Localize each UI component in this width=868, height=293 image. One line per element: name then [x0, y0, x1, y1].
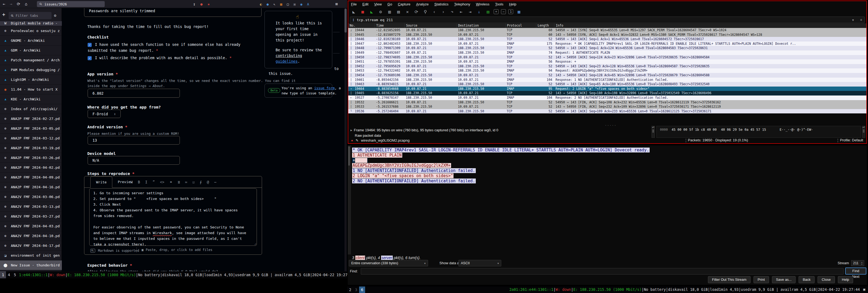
save-file-icon[interactable]: ▤ — [395, 8, 402, 15]
last-packet-icon[interactable]: ⇥ — [467, 8, 473, 15]
workspace-tag[interactable]: 3 — [353, 287, 359, 293]
workspace-tag[interactable]: 4 — [6, 271, 12, 279]
numbered-list-icon[interactable]: ≣ — [178, 180, 180, 184]
detail-raw-row[interactable]: Raw packet data — [355, 134, 381, 138]
reload-file-icon[interactable]: ⟳ — [413, 8, 420, 15]
bullet-list-icon[interactable]: ≔ — [185, 180, 187, 184]
column-header[interactable]: Destination — [457, 23, 506, 28]
more-icon[interactable]: ⋯ — [214, 180, 216, 184]
tab-item[interactable]: ⊕ ANA2V FMF 2024-03-27.pd — [0, 212, 62, 222]
forward-icon[interactable]: → — [10, 2, 12, 6]
packet-row[interactable]: │ 19532-5.26168662110.69.87.21 188.230.2… — [348, 100, 866, 105]
display-filter-input[interactable]: ❙ tcp.stream eq 211 ▾ + — [350, 17, 865, 23]
zoom-out-icon[interactable]: − — [501, 9, 506, 14]
details-scrollbar[interactable]: ▲▼ — [652, 126, 655, 138]
capture-comment-icon[interactable]: ✎ — [355, 138, 359, 142]
steps-textarea[interactable]: ◿ 1. Go to incoming server settings2. Se… — [89, 188, 257, 246]
tab-item[interactable]: ⊕ Poročevalec o sesutju z — [0, 26, 62, 36]
checkbox-search-used[interactable]: ✓ — [88, 43, 92, 47]
packet-row[interactable]: │ 19453-12.79432240210.69.87.21 188.230.… — [348, 68, 866, 73]
tab-item[interactable]: ⊕ ANA2V FMF 2024-03-13.pd — [0, 202, 62, 212]
find-input[interactable] — [361, 268, 844, 274]
packet-row[interactable]: │ 19461-8.893442156188.230.215.50 10.69.… — [348, 78, 866, 82]
workspace-tag[interactable]: 1 — [0, 271, 6, 279]
close-file-icon[interactable]: ✕ — [404, 8, 411, 15]
tab-item[interactable]: ▲ GDM - ArchWiki — [0, 46, 62, 55]
page-scrollbar[interactable] — [344, 8, 347, 271]
tab-item[interactable]: ▲ Patch management / Arch — [0, 55, 62, 65]
expert-info-icon[interactable]: ● — [351, 138, 353, 142]
column-header[interactable]: No. — [348, 23, 375, 28]
resize-columns-icon[interactable]: ▦ — [516, 8, 522, 15]
dialog-button[interactable]: Save as... — [772, 276, 796, 283]
tab-item[interactable]: ⊕ ANA2V FMF 2024-04-17.pd — [0, 241, 62, 251]
tab-item[interactable]: ⊕ ANA2P FMF 2024-03-26.pd — [0, 153, 62, 163]
menu-item[interactable]: Statistics — [434, 2, 448, 6]
italic-icon[interactable]: I — [145, 180, 147, 184]
tab-item[interactable]: ◉ 11.04 - How to start X — [0, 85, 62, 94]
menu-item[interactable]: Go — [388, 2, 392, 6]
packet-row[interactable]: │ 19454-12.753689106188.230.215.50 10.69… — [348, 73, 866, 78]
guidelines-link[interactable]: guidelines — [276, 59, 298, 63]
android-version-input[interactable]: 13 — [88, 136, 180, 145]
tab-item[interactable]: ⊕ ANA2P FMF 2024-04-09.pd — [0, 173, 62, 182]
column-header[interactable]: Source — [405, 23, 457, 28]
tab-item[interactable]: ▲ GNOME - ArchWiki — [0, 36, 62, 46]
tab-item[interactable]: ⊕ Index of /dir/zapiski/ — [0, 104, 62, 114]
extension-translate-icon[interactable]: A — [307, 2, 309, 6]
profile-indicator[interactable]: Profile: Default — [840, 137, 863, 143]
reload-icon[interactable]: ⟳ — [17, 2, 20, 6]
packet-row[interactable]: │ 19448-12.79987130910.69.87.21 188.230.… — [348, 46, 866, 51]
bytes-scrollbar[interactable]: ▲▼ — [862, 126, 865, 138]
stream-content[interactable]: * OK [CAPABILITY IMAP4rev1 SASL-IR LOGIN… — [352, 148, 650, 184]
dialog-button[interactable]: Close — [817, 276, 835, 283]
workspace-tag[interactable]: 5 — [12, 271, 18, 279]
menu-item[interactable]: Wireless — [476, 2, 490, 6]
conversation-select[interactable]: Entire conversation (338 bytes)▾ — [349, 260, 428, 266]
tab-item[interactable]: ⊕ ANA2P FMF 2024-02-27.pd — [0, 114, 62, 124]
menu-item[interactable]: File — [351, 2, 357, 6]
packet-row[interactable]: ← 19527-5.270878147188.230.215.50 10.69.… — [348, 95, 866, 100]
tab-item[interactable]: W Digital mobile radio - — [0, 21, 62, 26]
workspace-tag[interactable]: 2 — [347, 287, 353, 293]
spinner-arrows-icon[interactable]: ▴▾ — [861, 261, 862, 265]
column-header[interactable]: Time — [375, 23, 405, 28]
tab-item[interactable]: ⊕ ANA2V FMF 2024-04-10.pd — [0, 231, 62, 241]
checkbox-describe-detail[interactable]: ✓ — [88, 56, 92, 60]
code-icon[interactable]: <> — [160, 180, 164, 184]
dialog-button[interactable]: Help — [838, 276, 854, 283]
menu-item[interactable]: Edit — [362, 2, 368, 6]
packet-row[interactable]: ┌ 19444-12.81585289510.69.87.21 188.230.… — [348, 28, 866, 33]
packet-row[interactable]: │ 19447-12.802482453188.230.215.50 10.69… — [348, 41, 866, 46]
encoding-select[interactable]: ASCII▾ — [458, 260, 501, 266]
new-tab-icon[interactable]: + — [2, 11, 5, 17]
issue-title-input[interactable]: Passwords are silently trimmed — [84, 8, 261, 17]
capture-stop-icon[interactable]: ■ — [360, 8, 366, 15]
issue-form-link[interactable]: issue form — [314, 86, 335, 90]
extension-wiki-icon[interactable]: ● — [267, 2, 269, 6]
find-packet-icon[interactable]: ⚲ — [422, 8, 429, 15]
home-icon[interactable]: ⌂ — [25, 2, 27, 6]
mention-icon[interactable]: @ — [207, 180, 209, 184]
resize-grip-icon[interactable]: ◿ — [254, 242, 256, 245]
first-packet-icon[interactable]: ⇤ — [458, 8, 464, 15]
column-header[interactable]: Info — [554, 23, 866, 28]
app-source-select[interactable]: F-Droid ⇕ — [88, 110, 121, 118]
auto-scroll-icon[interactable]: ⇓ — [476, 8, 482, 15]
device-model-input[interactable]: N/A — [88, 156, 180, 165]
extension-dark-mode-icon[interactable]: ▣ — [293, 2, 296, 6]
tab-item[interactable]: ▲ KDE - ArchWiki — [0, 94, 62, 104]
task-list-icon[interactable]: ☑ — [192, 180, 194, 184]
link-icon[interactable]: ⚭ — [169, 180, 173, 184]
stream-scrollbar[interactable] — [348, 145, 351, 255]
open-file-icon[interactable]: ▥ — [386, 8, 393, 15]
find-next-button[interactable]: Find Next — [845, 267, 866, 274]
packet-bytes-pane[interactable]: 000045 00 00 5f 1b c8 40 0040 06 29 5e 0… — [656, 126, 861, 138]
packet-row[interactable]: │ 19463-8.88393481510.69.87.21 188.230.2… — [348, 82, 866, 87]
extension-container-icon[interactable]: ▦ — [280, 2, 282, 6]
packet-row[interactable]: │ 19452-12.79569562910.69.87.21 188.230.… — [348, 64, 866, 69]
menu-item[interactable]: Capture — [398, 2, 410, 6]
stream-number-spinner[interactable]: 211▴▾ — [851, 260, 864, 266]
packet-row[interactable]: └ 19536-5.25724640410.69.87.21 188.230.2… — [348, 109, 866, 114]
tab-item[interactable]: ⊕ ANA2P FMF 2024-03-12.pd — [0, 134, 62, 143]
